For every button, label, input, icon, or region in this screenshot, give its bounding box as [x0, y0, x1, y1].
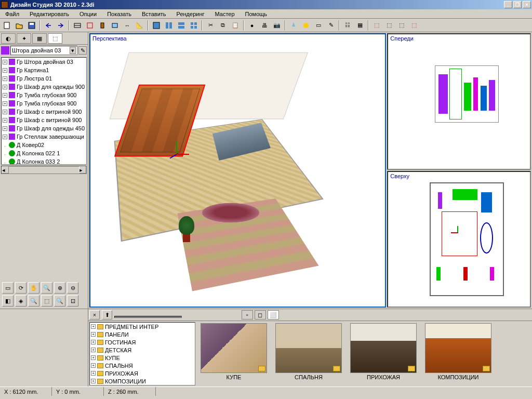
tb-measure[interactable]: ↔: [122, 20, 133, 31]
tb-material[interactable]: ▭: [313, 20, 324, 31]
thumbnail[interactable]: КУПЕ: [201, 323, 267, 380]
catalog-item[interactable]: +ДЕТСКАЯ: [90, 346, 195, 354]
menu-master[interactable]: Мастер: [212, 10, 238, 18]
catalog-item[interactable]: +СПАЛЬНЯ: [90, 362, 195, 369]
nav-tool1[interactable]: ◧: [2, 295, 14, 307]
tb-light[interactable]: [288, 20, 299, 31]
scroll-left-icon[interactable]: ◂: [2, 166, 9, 174]
nav-rotate[interactable]: ⟳: [15, 282, 26, 294]
tb-align2[interactable]: ▦: [354, 20, 366, 31]
tb-window[interactable]: [109, 20, 121, 31]
menu-edit[interactable]: Редактировать: [26, 10, 72, 18]
catalog-item[interactable]: +КОМПОЗИЦИИ: [90, 377, 195, 385]
minimize-button[interactable]: _: [504, 1, 512, 8]
tb-wall[interactable]: [72, 20, 83, 31]
nav-zoom-icon[interactable]: 🔍: [41, 282, 52, 294]
panel-tab-4[interactable]: ⬚: [48, 33, 62, 44]
expand-icon[interactable]: +: [91, 324, 96, 329]
nav-tool2[interactable]: ◈: [15, 295, 26, 307]
tb-shade[interactable]: ●: [246, 20, 258, 31]
panel-tab-3[interactable]: ▦: [32, 33, 47, 44]
catalog-item[interactable]: +ПРЕДМЕТЫ ИНТЕР: [90, 323, 195, 330]
tb-save[interactable]: [26, 20, 37, 31]
expand-icon[interactable]: +: [3, 68, 7, 73]
expand-icon[interactable]: +: [3, 101, 7, 106]
expand-icon[interactable]: +: [3, 60, 7, 64]
tree-item[interactable]: ·Д Ковер02: [2, 141, 86, 149]
menu-show[interactable]: Показать: [104, 10, 135, 18]
thumb-size-large[interactable]: ⬜: [268, 310, 279, 320]
expand-icon[interactable]: +: [91, 348, 96, 352]
expand-icon[interactable]: +: [3, 118, 7, 123]
dropdown-icon[interactable]: ▾: [70, 47, 76, 54]
tree-item[interactable]: +Гр Тумба глубокая 900: [2, 91, 86, 99]
menu-rendering[interactable]: Рендеринг: [174, 10, 208, 18]
nav-fit-icon[interactable]: 🔍: [28, 295, 39, 307]
thumbnail[interactable]: СПАЛЬНЯ: [275, 323, 342, 380]
tb-copy-icon[interactable]: ⧉: [217, 20, 229, 31]
tb-cut-icon[interactable]: ✂: [205, 20, 216, 31]
catalog-up-icon[interactable]: ⬆: [102, 310, 112, 320]
catalog-tree[interactable]: +ПРЕДМЕТЫ ИНТЕР+ПАНЕЛИ+ГОСТИНАЯ+ДЕТСКАЯ+…: [89, 322, 195, 385]
maximize-button[interactable]: ❐: [513, 1, 522, 8]
nav-pan-icon[interactable]: ✋: [28, 282, 39, 294]
nav-zoomout-icon[interactable]: ⊖: [67, 282, 78, 294]
viewport-front[interactable]: Спереди: [387, 33, 531, 170]
tree-item[interactable]: ·Д Колонка 022 1: [2, 149, 86, 157]
catalog-item[interactable]: +КУПЕ: [90, 354, 195, 362]
nav-region-icon[interactable]: ⬚: [41, 295, 52, 307]
tb-camera-icon[interactable]: 📷: [271, 20, 283, 31]
expand-icon[interactable]: +: [3, 126, 7, 131]
expand-icon[interactable]: +: [91, 355, 96, 360]
tree-item[interactable]: +Гр Люстра 01: [2, 74, 86, 83]
tb-redo[interactable]: [55, 20, 66, 31]
tb-snap2[interactable]: ⬚: [383, 20, 395, 31]
expand-icon[interactable]: +: [91, 379, 96, 383]
expand-icon[interactable]: +: [3, 135, 7, 139]
thumb-size-small[interactable]: ▫: [242, 310, 253, 320]
catalog-item[interactable]: +ПАНЕЛИ: [90, 330, 195, 338]
tb-room[interactable]: [84, 20, 96, 31]
tb-open[interactable]: [14, 20, 25, 31]
thumbnail[interactable]: ПРИХОЖАЯ: [350, 323, 417, 380]
tree-item[interactable]: +Гр Шкаф с витриной 900: [2, 108, 86, 116]
scene-tree[interactable]: +Гр Штора двойная 03+Гр Картина1+Гр Люст…: [1, 57, 87, 165]
expand-icon[interactable]: +: [3, 93, 7, 98]
tb-view2[interactable]: [163, 20, 175, 31]
tree-item[interactable]: +Гр Тумба глубокая 900: [2, 99, 86, 108]
tb-align1[interactable]: ☷: [342, 20, 353, 31]
object-edit-button[interactable]: ✎: [78, 46, 87, 55]
catalog-slider[interactable]: [114, 312, 240, 318]
nav-select[interactable]: ▭: [2, 282, 14, 294]
nav-extents-icon[interactable]: 🔍: [54, 295, 65, 307]
expand-icon[interactable]: +: [3, 85, 7, 89]
expand-icon[interactable]: +: [91, 340, 96, 344]
panel-tab-1[interactable]: ◐: [1, 33, 16, 44]
menu-insert[interactable]: Вставить: [139, 10, 169, 18]
expand-icon[interactable]: +: [3, 76, 7, 81]
viewport-perspective[interactable]: Перспектива: [89, 33, 386, 308]
object-selector[interactable]: Штора двойная 03 ▾: [10, 46, 77, 55]
tb-new[interactable]: [1, 20, 12, 31]
menu-help[interactable]: Помощь: [242, 10, 271, 18]
scroll-right-icon[interactable]: ▸: [79, 166, 86, 174]
close-button[interactable]: ×: [523, 1, 531, 8]
catalog-close[interactable]: ×: [89, 310, 100, 320]
tb-view1[interactable]: [151, 20, 162, 31]
tb-paste-icon[interactable]: 📋: [230, 20, 241, 31]
viewport-top[interactable]: Сверху: [387, 171, 531, 308]
tree-item[interactable]: ·Д Колонка 033 2: [2, 157, 86, 165]
tb-snap1[interactable]: ⬚: [371, 20, 382, 31]
expand-icon[interactable]: +: [91, 371, 96, 376]
expand-icon[interactable]: +: [91, 363, 96, 368]
tb-render[interactable]: [300, 20, 312, 31]
tb-print-icon[interactable]: 🖶: [259, 20, 270, 31]
tree-item[interactable]: +Гр Шкаф для одежды 900: [2, 83, 86, 91]
expand-icon[interactable]: +: [3, 110, 7, 114]
nav-zoomin-icon[interactable]: ⊕: [54, 282, 65, 294]
panel-tab-2[interactable]: ✦: [17, 33, 31, 44]
thumb-size-med[interactable]: ◻: [255, 310, 266, 320]
catalog-item[interactable]: +ГОСТИНАЯ: [90, 338, 195, 346]
tb-snap3[interactable]: ⬚: [396, 20, 407, 31]
thumbnail[interactable]: КОМПОЗИЦИИ: [425, 323, 491, 380]
